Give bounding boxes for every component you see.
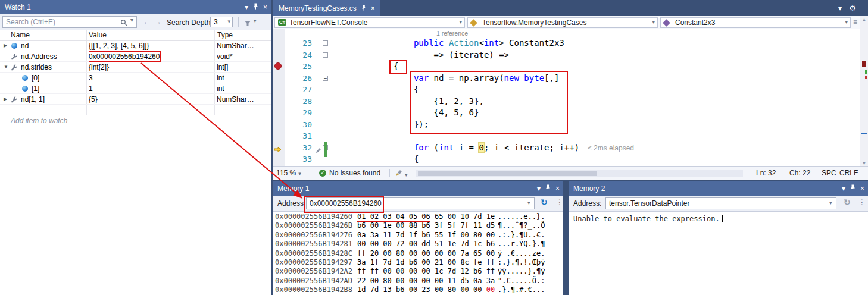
line-gutter[interactable]: [273, 49, 285, 61]
line-number: 25: [285, 61, 316, 73]
search-next-icon[interactable]: →: [154, 17, 161, 26]
issues-indicator[interactable]: ✓ No issues found: [319, 169, 380, 177]
line-gutter[interactable]: [273, 107, 285, 119]
memory-bytes[interactable]: 0a 3a 11 7d 1f b6 55 1f 00 80 00: [357, 231, 498, 240]
memory-bytes[interactable]: 3a 1f 7d 1d b6 00 21 00 8c fe ff: [357, 258, 498, 267]
watch-row[interactable]: [0]3int: [0, 73, 271, 83]
tab-memorytestingcases[interactable]: MemoryTestingCases.cs ×: [273, 0, 380, 16]
watch-header[interactable]: Watch 1 ▾ ×: [0, 0, 271, 14]
search-depth-select[interactable]: 3 ▾: [210, 17, 233, 27]
vertical-scrollbar[interactable]: ▲ ▼: [860, 16, 868, 167]
memory2-address-input[interactable]: [605, 197, 836, 209]
memory-bytes[interactable]: 00 00 00 72 00 dd 51 1e 7d 1c b6: [357, 240, 498, 249]
filter-icon[interactable]: [244, 18, 251, 29]
collapse-region-icon[interactable]: −: [323, 52, 328, 58]
code-line[interactable]: 28{1, 2, 3},: [273, 96, 860, 108]
memory1-header[interactable]: Memory 1 ▾ ×: [273, 181, 563, 196]
code-editor[interactable]: 1 reference23−public Action<int> Constan…: [273, 29, 860, 167]
toolbar-overflow-icon[interactable]: ⋮: [556, 198, 563, 206]
search-icon[interactable]: [120, 18, 127, 29]
refresh-icon[interactable]: ↻: [541, 197, 548, 207]
chevron-down-icon[interactable]: ▾: [130, 17, 133, 23]
tab-list-chevron-icon[interactable]: ▾: [838, 4, 842, 12]
code-line[interactable]: 33{: [273, 153, 860, 165]
code-line[interactable]: 30});: [273, 119, 860, 131]
code-line[interactable]: 27{: [273, 84, 860, 96]
status-line-ending[interactable]: CRLF: [839, 169, 858, 177]
code-cleanup-icon[interactable]: ▾: [395, 170, 408, 178]
watch-row[interactable]: ▶nd[1, 1]{5}NumShar…: [0, 94, 271, 105]
search-input[interactable]: [2, 16, 137, 28]
code-line[interactable]: 26−var nd = np.array(new byte[,]: [273, 73, 860, 84]
pin-icon[interactable]: [361, 4, 366, 12]
chevron-down-icon[interactable]: ▾: [254, 18, 257, 24]
line-gutter[interactable]: [273, 73, 285, 84]
window-menu-chevron-icon[interactable]: ▾: [245, 2, 248, 12]
collapse-region-icon[interactable]: −: [323, 40, 328, 46]
pin-icon[interactable]: [850, 184, 855, 193]
watch-row[interactable]: ▼nd.strides{int[2]}int[]: [0, 62, 271, 73]
close-icon[interactable]: ×: [860, 184, 864, 193]
chevron-down-icon[interactable]: ▾: [829, 200, 832, 206]
code-line[interactable]: 25{: [273, 61, 860, 73]
scroll-up-icon[interactable]: ▲: [860, 17, 868, 21]
pin-icon[interactable]: [545, 184, 551, 193]
codelens-reference[interactable]: 1 reference: [273, 29, 860, 37]
collapse-region-icon[interactable]: −: [323, 76, 328, 81]
line-gutter[interactable]: [273, 142, 285, 154]
line-gutter[interactable]: [273, 96, 285, 108]
close-icon[interactable]: ×: [263, 2, 267, 12]
memory-bytes[interactable]: ff 20 00 80 00 00 00 00 7a 65 00: [357, 249, 498, 258]
pin-icon[interactable]: [253, 2, 258, 12]
memory2-header[interactable]: Memory 2 ▾ ×: [569, 181, 868, 196]
scrollbar-thumb[interactable]: [418, 171, 597, 176]
watch-row[interactable]: nd.Address0x000002556b194260void*: [0, 51, 271, 62]
memory-bytes[interactable]: 01 02 03 04 05 06 65 00 10 7d 1e: [357, 212, 498, 221]
code-line[interactable]: 31: [273, 130, 860, 142]
memory-bytes[interactable]: 1d 7d 13 b6 00 23 00 80 00 00 00: [357, 285, 498, 294]
line-gutter[interactable]: [273, 130, 285, 142]
line-gutter[interactable]: [273, 119, 285, 131]
line-gutter[interactable]: [273, 84, 285, 96]
code-line[interactable]: 24−=> (iterate) =>: [273, 49, 860, 61]
memory1-address-input[interactable]: [306, 197, 535, 209]
project-dropdown[interactable]: C# TensorFlowNET.Console ▾: [274, 17, 465, 28]
chevron-down-icon[interactable]: ▾: [527, 200, 530, 206]
code-line[interactable]: 29{4, 5, 6}: [273, 107, 860, 119]
menu-icon[interactable]: ≡: [853, 18, 857, 26]
column-header-value[interactable]: Value: [89, 31, 107, 39]
status-indent-mode[interactable]: SPC: [822, 169, 836, 177]
type-dropdown[interactable]: Tensorflow.MemoryTestingCases ▾: [467, 17, 658, 28]
column-header-type[interactable]: Type: [217, 31, 233, 39]
watch-row[interactable]: [1]1int: [0, 83, 271, 94]
collapse-icon[interactable]: ▼: [4, 62, 11, 73]
gear-icon[interactable]: ⚙: [849, 4, 856, 12]
memory-bytes[interactable]: ff ff 00 00 00 00 1c 7d 12 b6 ff: [357, 267, 498, 276]
line-gutter[interactable]: [273, 61, 285, 73]
close-icon[interactable]: ×: [371, 4, 375, 12]
line-gutter[interactable]: [273, 153, 285, 165]
watch-row[interactable]: ▶nd{[[1, 2, 3], [4, 5, 6]]}NumShar…: [0, 40, 271, 51]
horizontal-scrollbar[interactable]: [416, 170, 743, 177]
expand-icon[interactable]: ▶: [4, 94, 11, 105]
line-gutter[interactable]: [273, 37, 285, 49]
add-watch-row[interactable]: Add item to watch: [0, 115, 271, 126]
memory-rows[interactable]: 0x000002556B19426001 02 03 04 05 06 65 0…: [273, 212, 563, 295]
toolbar-overflow-icon[interactable]: ⋮: [858, 198, 866, 206]
zoom-select[interactable]: 115 %▾: [276, 169, 301, 177]
memory-bytes[interactable]: 22 00 80 00 00 00 00 11 d5 0a 3a: [357, 277, 498, 285]
watch-value: {int[2]}: [89, 63, 109, 71]
member-dropdown[interactable]: Constant2x3 ▾: [660, 17, 851, 28]
memory-bytes[interactable]: b6 00 1e 00 88 b6 3f 5f 7f 11 d5: [357, 221, 498, 230]
search-prev-icon[interactable]: ←: [143, 17, 151, 26]
window-menu-chevron-icon[interactable]: ▾: [842, 184, 845, 193]
column-header-name[interactable]: Name: [11, 31, 30, 39]
breakpoint-icon[interactable]: [274, 62, 282, 70]
code-line[interactable]: 23−public Action<int> Constant2x3: [273, 37, 860, 49]
perf-tip[interactable]: ≤ 2ms elapsed: [588, 144, 634, 152]
scroll-down-icon[interactable]: ▼: [860, 161, 868, 165]
close-icon[interactable]: ×: [555, 184, 560, 193]
code-line[interactable]: 32−for (int i = 0; i < iterate; i++)≤ 2m…: [273, 142, 860, 154]
expand-icon[interactable]: ▶: [4, 40, 11, 51]
window-menu-chevron-icon[interactable]: ▾: [537, 184, 541, 193]
